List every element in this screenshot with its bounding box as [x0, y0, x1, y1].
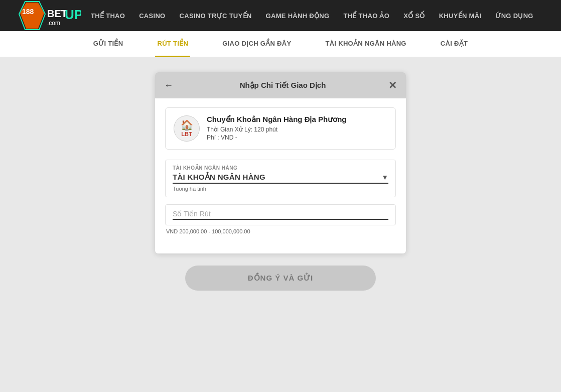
amount-range-hint: VND 200,000.00 - 100,000,000.00	[165, 228, 396, 234]
nav-item-khuyen-mai[interactable]: KHUYẾN MÃI	[439, 12, 482, 20]
bank-name: Chuyển Khoản Ngân Hàng Địa Phương	[207, 115, 347, 124]
nav-item-casino-truc-tuyen[interactable]: CASINO TRỰC TUYẾN	[180, 12, 252, 20]
nav-item-the-thao[interactable]: THỂ THAO	[91, 12, 125, 20]
bank-house-icon: 🏠	[181, 119, 193, 131]
amount-input-placeholder: Số Tiền Rút	[173, 210, 388, 218]
dialog-title: Nhập Chi Tiết Giao Dịch	[177, 81, 388, 90]
tab-giao-dich-gan-day[interactable]: GIAO DỊCH GẦN ĐÂY	[220, 31, 293, 57]
bank-time: Thời Gian Xử Lý: 120 phút	[207, 126, 347, 133]
nav-item-game-hanh-dong[interactable]: GAME HÀNH ĐỘNG	[266, 12, 330, 20]
main-content: ← Nhập Chi Tiết Giao Dịch ✕ 🏠 LBT Chuyển…	[0, 57, 561, 306]
nav-item-the-thao-ao[interactable]: THỂ THAO ẢO	[343, 12, 389, 20]
bank-info-row: 🏠 LBT Chuyển Khoản Ngân Hàng Địa Phương …	[165, 107, 396, 150]
bank-fee: Phí : VND -	[207, 134, 347, 141]
svg-text:188: 188	[22, 8, 34, 16]
nav-item-xo-so[interactable]: XỔ SỐ	[403, 12, 425, 20]
tab-rut-tien[interactable]: RÚT TIỀN	[155, 31, 190, 57]
tab-tai-khoan-ngan-hang[interactable]: TÀI KHOẢN NGÂN HÀNG	[323, 31, 408, 57]
bank-details: Chuyển Khoản Ngân Hàng Địa Phương Thời G…	[207, 115, 347, 142]
nav-item-ung-dung[interactable]: ỨNG DỤNG	[495, 12, 533, 20]
dropdown-arrow-icon[interactable]: ▼	[381, 173, 388, 181]
amount-field-underline	[173, 219, 388, 220]
tab-bar: GỬI TIỀN RÚT TIỀN GIAO DỊCH GẦN ĐÂY TÀI …	[0, 31, 561, 57]
account-field-value-row: TÀI KHOẢN NGÂN HÀNG ▼	[173, 173, 388, 182]
svg-text:BET: BET	[47, 8, 67, 19]
amount-input-field[interactable]: Số Tiền Rút	[165, 204, 396, 225]
nav-items: THỂ THAO CASINO CASINO TRỰC TUYẾN GAME H…	[91, 12, 533, 20]
transaction-dialog: ← Nhập Chi Tiết Giao Dịch ✕ 🏠 LBT Chuyển…	[155, 72, 406, 253]
dialog-close-button[interactable]: ✕	[388, 79, 397, 91]
account-field-underline	[173, 183, 388, 184]
dialog-back-button[interactable]: ←	[164, 80, 173, 91]
tab-gui-tien[interactable]: GỬI TIỀN	[91, 31, 125, 57]
bank-logo: 🏠 LBT	[174, 115, 200, 142]
dialog-header: ← Nhập Chi Tiết Giao Dịch ✕	[155, 72, 406, 98]
submit-button[interactable]: ĐỒNG Ý VÀ GỬI	[185, 266, 376, 291]
account-field[interactable]: TÀI KHOẢN NGÂN HÀNG TÀI KHOẢN NGÂN HÀNG …	[165, 160, 396, 197]
dialog-body: 🏠 LBT Chuyển Khoản Ngân Hàng Địa Phương …	[155, 98, 406, 253]
top-navigation: 188 BET UP .com THỂ THAO CASINO CASINO T…	[0, 0, 561, 31]
logo[interactable]: 188 BET UP .com	[8, 1, 81, 30]
tab-cai-dat[interactable]: CÀI ĐẶT	[439, 31, 470, 57]
nav-item-casino[interactable]: CASINO	[139, 12, 165, 20]
account-field-hint: Tuong ha tinh	[173, 186, 388, 192]
svg-text:UP: UP	[65, 7, 81, 22]
bank-logo-text: LBT	[181, 131, 193, 138]
svg-text:.com: .com	[47, 20, 60, 27]
account-field-value: TÀI KHOẢN NGÂN HÀNG	[173, 173, 265, 182]
account-field-label: TÀI KHOẢN NGÂN HÀNG	[173, 165, 388, 171]
